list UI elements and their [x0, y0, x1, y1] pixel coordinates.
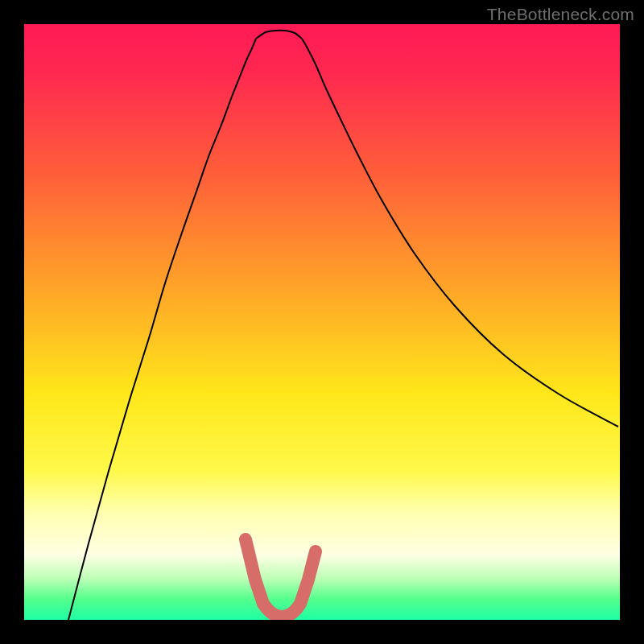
watermark-text: TheBottleneck.com: [487, 5, 634, 24]
curve-valley: [256, 31, 302, 39]
plot-area: [24, 24, 620, 620]
curve-right-branch: [302, 39, 618, 427]
chart-svg: [24, 24, 620, 620]
curve-left-branch: [68, 39, 256, 620]
valley-markers: [246, 539, 316, 617]
chart-frame: TheBottleneck.com: [0, 0, 644, 644]
